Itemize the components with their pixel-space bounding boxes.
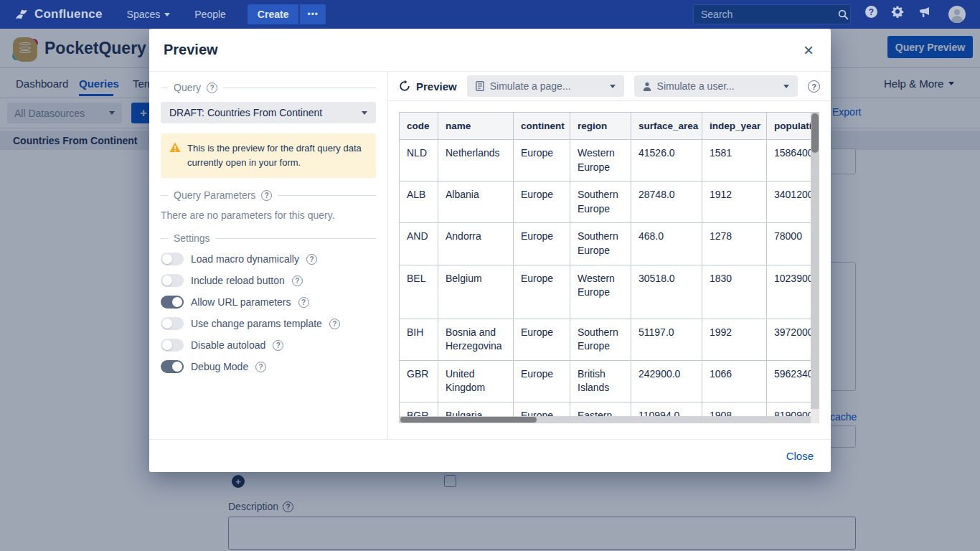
horizontal-scrollbar[interactable] [399, 416, 811, 423]
search-input[interactable] [694, 9, 838, 20]
simulate-user-select[interactable]: Simulate a user... [634, 75, 798, 97]
table-cell: Europe [514, 319, 570, 360]
horizontal-scrollbar-thumb[interactable] [400, 417, 537, 423]
chevron-down-icon [164, 13, 170, 17]
query-settings-panel: Query? DRAFT: Countries From Continent T… [149, 72, 388, 439]
page-icon [476, 81, 484, 91]
table-cell: 30518.0 [631, 265, 702, 319]
vertical-scrollbar-thumb[interactable] [811, 113, 819, 153]
setting-toggle-row: Load macro dynamically? [161, 253, 376, 265]
toggle-switch[interactable] [161, 296, 184, 309]
table-cell: 3972000 [767, 319, 811, 360]
setting-toggle-row: Include reload button? [161, 274, 376, 287]
draft-warning: This is the preview for the draft query … [161, 133, 376, 178]
gear-icon[interactable] [891, 5, 904, 18]
toggle-label: Allow URL parameters [191, 296, 291, 308]
table-cell: Albania [438, 182, 514, 223]
confluence-logo[interactable]: Confluence [14, 7, 103, 22]
toggle-label: Load macro dynamically [191, 253, 299, 265]
nav-people[interactable]: People [194, 9, 226, 20]
table-cell: Western Europe [570, 140, 631, 182]
help-icon[interactable]: ? [329, 319, 340, 329]
table-row: ANDAndorraEuropeSouthern Europe468.01278… [400, 223, 811, 265]
close-icon[interactable]: × [804, 42, 814, 59]
result-table-zone: codenamecontinentregionsurface_areaindep… [399, 112, 819, 423]
query-select[interactable]: DRAFT: Countries From Continent [161, 102, 376, 123]
table-cell: Andorra [438, 223, 514, 265]
refresh-preview-button[interactable]: Preview [399, 80, 457, 93]
help-icon[interactable]: ? [298, 297, 309, 308]
table-cell: 1992 [702, 319, 767, 360]
warning-text: This is the preview for the draft query … [187, 141, 367, 170]
table-row: BIHBosnia and HerzegovinaEuropeSouthern … [400, 319, 811, 360]
table-row: BELBelgiumEuropeWestern Europe30518.0183… [400, 265, 811, 319]
no-parameters-text: There are no parameters for this query. [161, 209, 376, 221]
toggle-switch[interactable] [161, 253, 184, 265]
table-cell: ALB [400, 182, 438, 223]
toggle-switch[interactable] [161, 360, 184, 373]
table-row: NLDNetherlandsEuropeWestern Europe41526.… [400, 140, 811, 182]
close-button[interactable]: Close [786, 450, 814, 462]
toggle-switch[interactable] [161, 317, 184, 330]
setting-toggle-row: Use change params template? [161, 317, 376, 330]
table-cell: British Islands [570, 360, 631, 402]
table-cell: 28748.0 [631, 182, 702, 223]
table-cell: AND [400, 223, 438, 265]
settings-toggle-list: Load macro dynamically?Include reload bu… [161, 253, 376, 373]
toggle-switch[interactable] [161, 339, 184, 352]
table-cell: Europe [514, 182, 570, 223]
nav-spaces[interactable]: Spaces [127, 9, 171, 20]
help-icon[interactable]: ? [207, 83, 217, 93]
toggle-label: Use change params template [191, 318, 322, 329]
table-cell: Southern Europe [570, 182, 631, 223]
table-cell: 1830 [702, 265, 767, 319]
help-icon[interactable]: ? [261, 190, 272, 201]
chevron-down-icon [783, 85, 789, 88]
settings-section-legend: Settings [161, 232, 376, 244]
search-box[interactable] [693, 4, 851, 24]
help-icon[interactable]: ? [273, 340, 283, 351]
table-cell: Southern Europe [570, 223, 631, 265]
modal-header: Preview × [149, 29, 831, 72]
scrollbar-corner [811, 409, 819, 423]
toggle-switch[interactable] [161, 274, 184, 287]
result-table: codenamecontinentregionsurface_areaindep… [399, 112, 811, 416]
table-cell: GBR [400, 360, 438, 402]
table-cell: 15864000 [767, 140, 811, 182]
vertical-scrollbar[interactable] [811, 112, 819, 409]
table-cell: Europe [514, 223, 570, 265]
table-cell: 1581 [702, 140, 767, 182]
table-cell: NLD [400, 140, 438, 182]
help-icon[interactable]: ? [292, 276, 303, 286]
help-icon[interactable]: ? [255, 362, 266, 372]
table-cell: BIH [400, 319, 438, 360]
table-cell: United Kingdom [438, 360, 514, 402]
setting-toggle-row: Allow URL parameters? [161, 296, 376, 309]
table-cell: Bulgaria [438, 402, 514, 416]
refresh-icon [399, 80, 410, 92]
table-column-header: population [767, 113, 811, 140]
table-cell: 3401200 [767, 182, 811, 223]
confluence-logo-icon [14, 7, 29, 22]
help-icon[interactable]: ? [808, 80, 820, 93]
table-cell: 41526.0 [631, 140, 702, 182]
search-icon [838, 9, 849, 20]
user-avatar[interactable] [948, 6, 966, 23]
table-column-header: code [400, 113, 438, 140]
toggle-label: Include reload button [191, 275, 285, 286]
help-icon[interactable]: ? [306, 254, 317, 265]
table-cell: 110994.0 [631, 402, 702, 416]
create-button[interactable]: Create [248, 4, 299, 24]
table-cell: Europe [514, 265, 570, 319]
table-cell: Europe [514, 402, 570, 416]
table-cell: 1278 [702, 223, 767, 265]
create-more-button[interactable]: ••• [300, 4, 326, 24]
toggle-label: Debug Mode [191, 361, 248, 372]
table-cell: 468.0 [631, 223, 702, 265]
announcement-icon[interactable] [919, 6, 931, 19]
table-column-header: indep_year [702, 113, 767, 140]
table-row: GBRUnited KingdomEuropeBritish Islands24… [400, 360, 811, 402]
help-icon[interactable]: ? [865, 6, 877, 18]
simulate-page-select[interactable]: Simulate a page... [467, 75, 624, 97]
table-cell: 242900.0 [631, 360, 702, 402]
